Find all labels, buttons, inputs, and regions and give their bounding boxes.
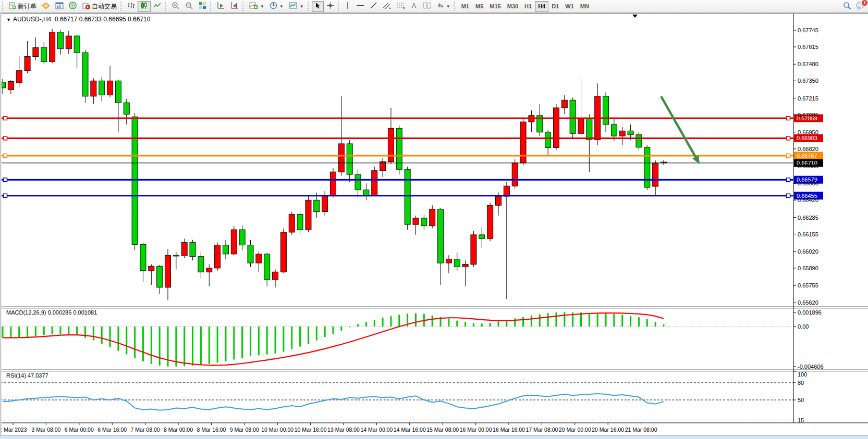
candle-body <box>41 47 47 61</box>
toolbar-grip[interactable] <box>210 2 213 11</box>
candle <box>520 118 526 166</box>
candle-body <box>388 128 394 161</box>
crosshair-button[interactable] <box>324 1 337 12</box>
market-watch-button[interactable] <box>39 1 53 12</box>
candle-body <box>107 81 113 95</box>
horizontal-line-button[interactable] <box>353 1 367 12</box>
candle-body <box>611 124 617 136</box>
candle <box>537 104 543 136</box>
candle <box>504 182 509 299</box>
new-order-button[interactable]: 新订单 <box>6 1 39 12</box>
chart-canvas[interactable]: 0.670590.669030.667670.665790.664550.667… <box>0 13 868 435</box>
horizontal-line-icon <box>356 2 364 11</box>
candle-body <box>504 186 509 196</box>
candle <box>619 127 625 145</box>
trendline-button[interactable] <box>367 1 380 12</box>
fibonacci-button[interactable]: F <box>394 1 408 12</box>
toolbar-grip[interactable] <box>242 2 246 11</box>
timeframe-w1[interactable]: W1 <box>562 1 577 12</box>
chart-svg[interactable]: 0.670590.669030.667670.665790.664550.667… <box>0 13 868 435</box>
timeframe-h4[interactable]: H4 <box>535 1 548 12</box>
timeframe-m30[interactable]: M30 <box>504 1 521 12</box>
toolbar-grip[interactable] <box>165 2 168 11</box>
svg-text:T: T <box>425 3 429 9</box>
candle-body <box>91 81 96 96</box>
bar-chart-button[interactable] <box>125 1 138 12</box>
candle <box>454 253 460 270</box>
timeframe-h1[interactable]: H1 <box>521 1 535 12</box>
auto-trading-icon <box>82 2 90 11</box>
candle-body <box>25 56 30 70</box>
candle-body <box>289 214 295 232</box>
toolbar-grip[interactable] <box>120 2 124 11</box>
template-icon <box>289 2 298 11</box>
chart-menu-triangle-icon[interactable]: ▼ <box>6 17 11 22</box>
candle-body <box>438 209 444 263</box>
candle-body <box>231 230 237 254</box>
candle <box>347 140 352 182</box>
timeframe-m1[interactable]: M1 <box>458 1 472 12</box>
price-axis[interactable] <box>793 16 868 422</box>
candle <box>446 255 451 273</box>
candle-body <box>297 214 303 230</box>
candle <box>405 167 410 230</box>
price-line <box>1 194 793 197</box>
candle <box>561 95 567 114</box>
candle-body <box>157 266 163 287</box>
search-icon[interactable] <box>843 2 851 11</box>
zoom-out-button[interactable] <box>182 1 196 12</box>
cursor-button[interactable] <box>312 1 324 12</box>
notifications-button[interactable]: 1 <box>855 2 865 11</box>
candle <box>25 41 30 73</box>
candlestick-chart-button[interactable] <box>138 1 151 12</box>
toolbar-grip[interactable] <box>454 2 457 11</box>
line-handle <box>787 136 790 140</box>
toolbar-grip[interactable] <box>2 2 5 11</box>
candle-body <box>82 53 88 96</box>
timeframe-d1[interactable]: D1 <box>548 1 562 12</box>
charts-window-button[interactable] <box>53 1 66 12</box>
timeframe-m15[interactable]: M15 <box>486 1 504 12</box>
signals-button[interactable] <box>66 1 79 12</box>
candle <box>280 229 286 273</box>
zoom-in-button[interactable] <box>169 1 182 12</box>
toolbar-grip[interactable] <box>338 2 341 11</box>
candle-body <box>74 36 80 53</box>
chart-shift-marker-icon <box>632 15 638 18</box>
add-indicator-button[interactable]: ▼ <box>247 1 267 12</box>
candle-body <box>446 259 451 263</box>
candle-body <box>256 254 262 263</box>
period-button[interactable]: ▼ <box>267 1 286 12</box>
candle-body <box>561 100 567 108</box>
candle-body <box>99 81 105 95</box>
candle-body <box>198 257 204 272</box>
template-button[interactable]: ▼ <box>286 1 307 12</box>
vertical-line-button[interactable] <box>342 1 353 12</box>
candle-body <box>190 243 195 257</box>
chart-shift-button[interactable] <box>228 1 241 12</box>
equidistant-channel-button[interactable]: E <box>380 1 394 12</box>
timeframe-m5[interactable]: M5 <box>472 1 486 12</box>
candle <box>16 56 22 87</box>
auto-trading-button[interactable]: 自动交易 <box>79 1 119 12</box>
line-chart-button[interactable] <box>151 1 164 12</box>
rsi-indicator-label: RSI(14) 47.0377 <box>6 372 48 379</box>
toolbar-grip[interactable] <box>308 2 311 11</box>
candle <box>41 42 47 64</box>
candle-body <box>636 135 642 147</box>
text-label-button[interactable]: T <box>420 1 434 12</box>
macd-indicator-label: MACD(12,26,9) 0.000285 0.001081 <box>6 309 97 316</box>
time-axis[interactable] <box>0 424 792 436</box>
chart-shift-icon <box>230 2 239 11</box>
tile-windows-button[interactable] <box>196 1 209 12</box>
candle-body <box>570 100 576 133</box>
timeframe-mn[interactable]: MN <box>577 1 592 12</box>
auto-scroll-button[interactable] <box>214 1 228 12</box>
candle-body <box>314 200 320 211</box>
arrows-shapes-button[interactable]: ▼ <box>434 1 453 12</box>
text-button[interactable]: A <box>408 1 420 12</box>
candle <box>396 126 402 174</box>
candle <box>256 252 262 272</box>
svg-text:E: E <box>389 6 391 9</box>
text-icon: A <box>411 2 418 11</box>
